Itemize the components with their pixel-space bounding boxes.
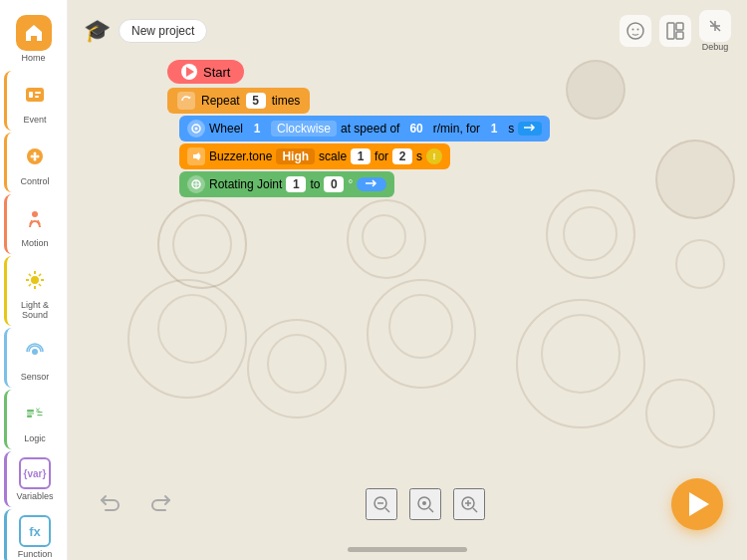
layout-icon bbox=[665, 21, 685, 41]
wheel-addon[interactable] bbox=[518, 122, 542, 136]
svg-rect-3 bbox=[35, 96, 39, 98]
wheel-speed-prefix: at speed of bbox=[341, 122, 399, 136]
joint-num[interactable]: 1 bbox=[286, 176, 306, 192]
start-label: Start bbox=[203, 65, 230, 80]
redo-icon bbox=[149, 492, 173, 516]
wheel-unit2: s bbox=[508, 122, 514, 136]
joint-block[interactable]: Rotating Joint 1 to 0 ° bbox=[179, 171, 394, 197]
svg-rect-0 bbox=[26, 88, 44, 102]
wheel-block[interactable]: Wheel 1 Clockwise at speed of 60 r/min, … bbox=[179, 116, 550, 141]
joint-icon bbox=[187, 175, 205, 193]
play-icon bbox=[689, 492, 709, 516]
sidebar-item-event-label: Event bbox=[23, 115, 46, 125]
svg-rect-2 bbox=[35, 92, 41, 94]
sidebar-item-function[interactable]: fx Function bbox=[4, 509, 64, 560]
buzzer-duration[interactable]: 2 bbox=[392, 148, 412, 164]
play-button[interactable] bbox=[671, 478, 723, 530]
svg-rect-30 bbox=[676, 23, 683, 30]
joint-addon[interactable] bbox=[357, 177, 386, 191]
sidebar-item-motion[interactable]: Motion bbox=[4, 194, 64, 254]
start-icon bbox=[181, 64, 197, 80]
zoom-out-icon bbox=[372, 494, 391, 514]
sidebar-item-control[interactable]: Control bbox=[4, 133, 64, 192]
svg-point-36 bbox=[195, 128, 198, 131]
zoom-fit-icon bbox=[415, 494, 435, 514]
repeat-icon bbox=[177, 92, 195, 110]
svg-rect-31 bbox=[676, 32, 683, 39]
home-icon bbox=[16, 15, 52, 51]
control-icon bbox=[17, 139, 53, 174]
buzzer-icon bbox=[187, 147, 205, 165]
svg-line-19 bbox=[29, 284, 31, 286]
svg-line-42 bbox=[385, 508, 389, 512]
joint-unit: ° bbox=[348, 177, 353, 191]
face-icon-button[interactable] bbox=[620, 15, 651, 47]
sidebar-item-event[interactable]: Event bbox=[4, 71, 64, 131]
wheel-icon bbox=[187, 120, 205, 138]
svg-line-17 bbox=[39, 284, 41, 286]
svg-rect-21 bbox=[27, 410, 34, 413]
wheel-direction: Clockwise bbox=[271, 121, 337, 137]
buzzer-tone: High bbox=[276, 148, 315, 164]
zoom-fit-button[interactable] bbox=[409, 488, 441, 520]
layout-icon-button[interactable] bbox=[659, 15, 691, 47]
svg-point-10 bbox=[32, 211, 38, 217]
zoom-in-button[interactable] bbox=[453, 488, 485, 520]
face-icon bbox=[625, 21, 645, 41]
sidebar-item-light-sound-label: Light & Sound bbox=[11, 300, 60, 320]
zoom-in-icon bbox=[459, 494, 479, 514]
block-program: Start Repeat 5 times bbox=[167, 60, 550, 197]
svg-text:✕: ✕ bbox=[35, 407, 41, 414]
new-project-button[interactable]: New project bbox=[119, 19, 207, 43]
redo-button[interactable] bbox=[143, 486, 179, 522]
sidebar-item-home[interactable]: Home bbox=[4, 9, 64, 69]
motion-icon bbox=[17, 200, 53, 236]
sensor-icon bbox=[17, 334, 53, 370]
sidebar-item-sensor[interactable]: Sensor bbox=[4, 328, 64, 388]
sidebar-item-logic[interactable]: = ✕ Logic bbox=[4, 390, 64, 449]
sidebar-item-function-label: Function bbox=[18, 549, 53, 559]
wheel-speed[interactable]: 60 bbox=[403, 121, 428, 137]
sidebar-item-variables-label: Variables bbox=[17, 491, 54, 501]
zoom-out-button[interactable] bbox=[366, 488, 397, 520]
toolbar-left: 🎓 New project bbox=[84, 18, 207, 44]
svg-line-49 bbox=[473, 508, 477, 512]
light-sound-icon bbox=[17, 262, 53, 298]
sidebar-item-variables[interactable]: {var} Variables bbox=[4, 451, 64, 507]
event-icon bbox=[17, 77, 53, 113]
joint-label: Rotating Joint bbox=[209, 177, 282, 191]
zoom-controls bbox=[366, 488, 485, 520]
scroll-indicator bbox=[348, 547, 467, 552]
joint-value[interactable]: 0 bbox=[324, 176, 344, 192]
svg-rect-23 bbox=[27, 416, 32, 419]
buzzer-block[interactable]: Buzzer.tone High scale 1 for 2 s ! bbox=[179, 143, 450, 169]
sidebar-item-logic-label: Logic bbox=[24, 433, 46, 443]
wheel-num[interactable]: 1 bbox=[247, 121, 267, 137]
wheel-label: Wheel bbox=[209, 122, 243, 136]
wheel-duration[interactable]: 1 bbox=[484, 121, 504, 137]
wheel-unit: r/min, for bbox=[433, 122, 480, 136]
buzzer-for: for bbox=[374, 149, 388, 163]
svg-point-27 bbox=[632, 29, 634, 31]
undo-redo-controls bbox=[92, 486, 179, 522]
svg-point-11 bbox=[31, 276, 39, 284]
svg-point-26 bbox=[627, 23, 643, 39]
debug-button[interactable]: Debug bbox=[699, 10, 731, 52]
repeat-label: Repeat bbox=[201, 94, 240, 108]
sidebar-item-light-sound[interactable]: Light & Sound bbox=[4, 256, 64, 326]
app-logo: 🎓 bbox=[84, 18, 111, 44]
svg-point-28 bbox=[637, 29, 639, 31]
svg-line-18 bbox=[39, 274, 41, 276]
repeat-times-value[interactable]: 5 bbox=[246, 93, 266, 109]
undo-icon bbox=[98, 492, 122, 516]
function-icon: fx bbox=[19, 515, 51, 547]
buzzer-scale[interactable]: 1 bbox=[351, 148, 371, 164]
undo-button[interactable] bbox=[92, 486, 127, 522]
svg-rect-1 bbox=[29, 92, 33, 98]
start-block[interactable]: Start bbox=[167, 60, 550, 84]
repeat-times-suffix: times bbox=[272, 94, 301, 108]
repeat-block[interactable]: Repeat 5 times bbox=[167, 88, 310, 114]
svg-point-20 bbox=[32, 349, 38, 355]
svg-line-45 bbox=[429, 508, 433, 512]
new-project-label: New project bbox=[131, 24, 194, 38]
